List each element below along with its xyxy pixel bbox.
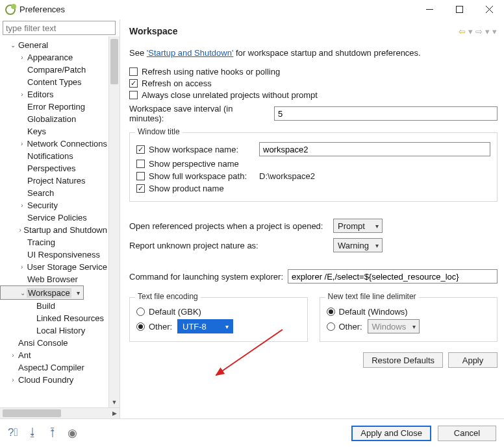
- tree-item-label: Security: [26, 200, 59, 210]
- scroll-right-arrow-icon[interactable]: ▶: [109, 408, 120, 418]
- scroll-down-arrow-icon[interactable]: ▼: [109, 397, 120, 407]
- tree-item-label: Ant: [17, 350, 32, 360]
- apply-close-button[interactable]: Apply and Close: [351, 426, 431, 441]
- show-workspace-name-checkbox[interactable]: [136, 145, 145, 154]
- forward-menu-icon[interactable]: ▾: [485, 27, 490, 36]
- tree-item[interactable]: Local History: [0, 324, 108, 337]
- delimiter-other-radio[interactable]: [327, 322, 335, 331]
- tree-item[interactable]: ›Network Connections: [0, 138, 108, 150]
- chevron-down-icon[interactable]: ⌄: [19, 289, 27, 296]
- restore-defaults-button[interactable]: Restore Defaults: [363, 352, 443, 368]
- report-nature-select[interactable]: Warning: [333, 238, 383, 252]
- window-title-group: Window title Show workspace name: Show p…: [129, 132, 498, 202]
- tree-item[interactable]: Ansi Console: [0, 337, 108, 349]
- chevron-right-icon[interactable]: ›: [18, 202, 26, 209]
- refresh-access-checkbox[interactable]: [129, 79, 138, 88]
- save-interval-input[interactable]: [274, 106, 498, 121]
- apply-button[interactable]: Apply: [448, 352, 498, 368]
- export-icon[interactable]: ⭱: [47, 426, 58, 440]
- footer: ?⃝ ⭳ ⭱ ◉ Apply and Close Cancel: [0, 418, 504, 447]
- tree-item-label: Appearance: [26, 53, 74, 62]
- tree-item[interactable]: ›Editors: [0, 88, 108, 101]
- tree-horizontal-scrollbar[interactable]: ◀ ▶: [0, 407, 120, 418]
- back-arrow-icon[interactable]: ⇦: [458, 27, 466, 36]
- open-referenced-label: Open referenced projects when a project …: [129, 221, 333, 231]
- minimize-button[interactable]: [414, 0, 444, 19]
- chevron-right-icon[interactable]: ›: [18, 263, 25, 271]
- filter-input[interactable]: [3, 21, 116, 35]
- oomph-icon[interactable]: ◉: [68, 426, 77, 440]
- open-referenced-select[interactable]: Prompt: [333, 219, 383, 233]
- tree-item-label: Globalization: [26, 114, 77, 124]
- tree-item[interactable]: ⌄Workspace: [0, 285, 84, 300]
- tree-item[interactable]: Perspectives: [0, 162, 108, 175]
- explorer-command-input[interactable]: [288, 269, 498, 284]
- tree-item[interactable]: Search: [0, 187, 108, 199]
- tree-item[interactable]: Notifications: [0, 150, 108, 162]
- tree-item[interactable]: Keys: [0, 125, 108, 138]
- tree-item[interactable]: Tracing: [0, 236, 108, 248]
- tree-item[interactable]: Web Browser: [0, 273, 108, 285]
- encoding-default-radio[interactable]: [136, 308, 145, 316]
- chevron-right-icon[interactable]: ›: [9, 352, 17, 359]
- chevron-right-icon[interactable]: ›: [9, 376, 17, 383]
- tree-vertical-scrollbar[interactable]: ▲ ▼: [108, 36, 120, 407]
- tree-item[interactable]: Error Reporting: [0, 101, 108, 113]
- startup-shutdown-link[interactable]: 'Startup and Shutdown': [147, 48, 234, 58]
- tree-item[interactable]: ›Ant: [0, 349, 108, 361]
- tree-item[interactable]: Project Natures: [0, 175, 108, 187]
- tree-item[interactable]: ›Cloud Foundry: [0, 374, 108, 386]
- tree-item[interactable]: ›User Storage Service: [0, 261, 108, 273]
- help-icon[interactable]: ?⃝: [8, 426, 18, 440]
- scroll-thumb[interactable]: [3, 409, 61, 417]
- tree-item[interactable]: Linked Resources: [0, 312, 108, 324]
- tree-item[interactable]: Globalization: [0, 113, 108, 125]
- show-full-path-checkbox[interactable]: [136, 172, 145, 180]
- chevron-right-icon[interactable]: ›: [18, 54, 26, 61]
- page-content: Workspace ⇦▾ ⇨▾ ▾ See 'Startup and Shutd…: [120, 19, 504, 418]
- sidebar: ⌄General›AppearanceCompare/PatchContent …: [0, 19, 120, 418]
- tree-item[interactable]: Build: [0, 300, 108, 312]
- cancel-button[interactable]: Cancel: [438, 426, 496, 441]
- preferences-tree[interactable]: ⌄General›AppearanceCompare/PatchContent …: [0, 36, 108, 407]
- tree-item-label: Compare/Patch: [26, 65, 87, 75]
- tree-item[interactable]: UI Responsiveness: [0, 248, 108, 261]
- workspace-name-input[interactable]: [259, 142, 490, 156]
- tree-item[interactable]: AspectJ Compiler: [0, 361, 108, 374]
- encoding-other-select[interactable]: UTF-8: [177, 319, 233, 333]
- close-button[interactable]: [474, 0, 504, 19]
- chevron-right-icon[interactable]: ›: [18, 140, 25, 147]
- encoding-legend: Text file encoding: [135, 292, 201, 301]
- encoding-other-radio[interactable]: [136, 322, 145, 331]
- report-nature-label: Report unknown project nature as:: [129, 241, 333, 250]
- scroll-thumb[interactable]: [110, 39, 118, 84]
- refresh-native-checkbox[interactable]: [129, 67, 138, 76]
- refresh-native-label: Refresh using native hooks or polling: [142, 67, 280, 77]
- page-description: See 'Startup and Shutdown' for workspace…: [129, 48, 498, 58]
- show-product-checkbox[interactable]: [136, 184, 145, 193]
- forward-arrow-icon[interactable]: ⇨: [475, 27, 483, 36]
- delimiter-default-radio[interactable]: [327, 308, 335, 316]
- tree-item[interactable]: Compare/Patch: [0, 64, 108, 76]
- tree-item[interactable]: ›Security: [0, 199, 108, 211]
- chevron-right-icon[interactable]: ›: [18, 91, 26, 98]
- tree-item[interactable]: ›Appearance: [0, 51, 108, 64]
- tree-item[interactable]: ⌄General: [0, 39, 108, 51]
- tree-item[interactable]: ›Startup and Shutdown: [0, 224, 108, 236]
- tree-item-label: Editors: [26, 90, 55, 99]
- show-perspective-checkbox[interactable]: [136, 160, 145, 168]
- delimiter-default-label: Default (Windows): [339, 307, 408, 317]
- tree-item-label: Build: [35, 301, 57, 311]
- tree-item[interactable]: Service Policies: [0, 211, 108, 224]
- tree-item-label: Ansi Console: [17, 338, 69, 348]
- chevron-down-icon[interactable]: ⌄: [9, 42, 17, 49]
- close-unrelated-checkbox[interactable]: [129, 91, 138, 99]
- page-menu-icon[interactable]: ▾: [492, 27, 498, 36]
- back-menu-icon[interactable]: ▾: [468, 27, 473, 36]
- maximize-button[interactable]: [444, 0, 474, 19]
- import-icon[interactable]: ⭳: [27, 426, 38, 440]
- tree-item[interactable]: Content Types: [0, 76, 108, 88]
- close-unrelated-label: Always close unrelated projects without …: [142, 90, 318, 100]
- tree-item-label: Notifications: [26, 151, 75, 161]
- tree-item-label: Startup and Shutdown: [22, 225, 108, 235]
